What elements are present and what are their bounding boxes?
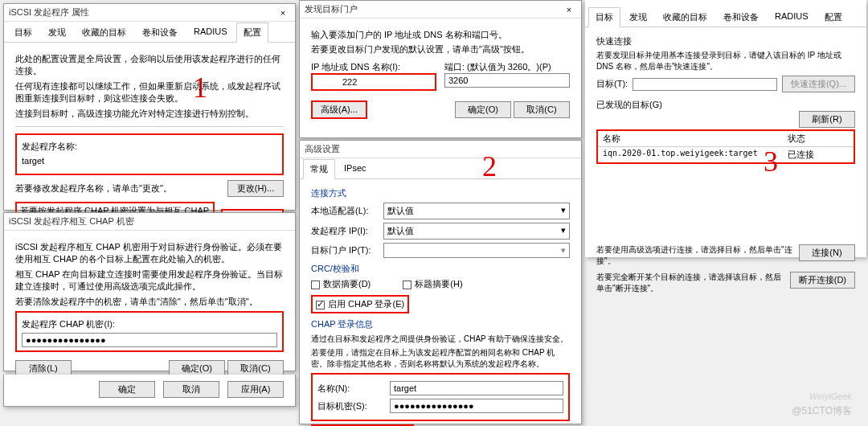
ok-button[interactable]: 确定(O) (455, 101, 511, 118)
close-icon[interactable]: × (276, 6, 290, 20)
initiator-name-value: target (22, 155, 277, 167)
adv-hint: 若要使用高级选项进行连接，请选择目标，然后单击"连接"。 (596, 244, 792, 267)
initiator-ip-select[interactable]: 默认值▾ (383, 223, 570, 240)
cancel-button[interactable]: 取消 (163, 381, 219, 398)
quick-desc: 若要发现目标并使用基本连接登录到目标，请键入该目标的 IP 地址或 DNS 名称… (596, 50, 855, 72)
tab-radius[interactable]: RADIUS (186, 23, 235, 43)
chap-secret-label: 目标机密(S): (317, 400, 390, 412)
secret-input[interactable]: ●●●●●●●●●●●●●●● (22, 333, 277, 347)
table-row[interactable]: iqn.2020-01.top.weiyigeek:target 已连接 (598, 147, 854, 162)
ip-label: IP 地址或 DNS 名称(I): (311, 61, 436, 73)
watermark: WeiyiGeek @51CTO博客 (792, 382, 852, 418)
targets-panel: 目标 发现 收藏的目标 卷和设备 RADIUS 配置 快速连接 若要发现目标并使… (585, 0, 866, 257)
disconnect-button[interactable]: 断开连接(D) (790, 272, 855, 289)
tab-strip: 目标 发现 收藏的目标 卷和设备 RADIUS 配置 (4, 22, 295, 43)
connect-button[interactable]: 连接(N) (799, 244, 855, 261)
titlebar: iSCSI 发起程序相互 CHAP 机密 (4, 213, 295, 231)
tab-config[interactable]: 配置 (236, 23, 268, 43)
tab-discover[interactable]: 发现 (41, 23, 73, 43)
header-digest-checkbox[interactable]: 标题摘要(H) (403, 278, 462, 290)
dialog-footer: 确定 取消 应用(A) (3, 375, 296, 407)
window-title: 发现目标门户 (305, 3, 358, 15)
config-desc3: 连接到目标时，高级连接功能允许对特定连接进行特别控制。 (15, 108, 284, 120)
discovered-label: 已发现的目标(G) (596, 99, 855, 111)
tab-target[interactable]: 目标 (7, 23, 39, 43)
row-name: iqn.2020-01.top.weiyigeek:target (603, 149, 788, 161)
col-status: 状态 (788, 133, 850, 145)
chap-name-label: 名称(N): (317, 383, 390, 395)
advanced-button[interactable]: 高级(A)... (311, 100, 367, 119)
tab-ipsec[interactable]: IPsec (337, 159, 374, 179)
chap-desc3: 若要清除发起程序中的机密，请单击"清除"，然后单击"取消"。 (15, 296, 284, 308)
tab-radius[interactable]: RADIUS (768, 7, 816, 27)
chap-info2: 若要使用，请指定在目标上为该发起程序配置的相同名称和 CHAP 机密。除非指定其… (311, 347, 570, 370)
tab-favorite[interactable]: 收藏的目标 (75, 23, 133, 43)
tab-general[interactable]: 常规 (303, 159, 335, 179)
enable-chap-checkbox[interactable]: 启用 CHAP 登录(E) (316, 299, 404, 309)
local-adapter-select[interactable]: 默认值▾ (383, 203, 570, 219)
data-digest-checkbox[interactable]: 数据摘要(D) (311, 278, 371, 290)
ok-button[interactable]: 确定 (99, 381, 155, 398)
config-desc1: 此处的配置设置是全局设置，会影响以后使用该发起程序进行的任何连接。 (15, 53, 284, 78)
target-input[interactable] (633, 78, 777, 91)
tab-volume[interactable]: 卷和设备 (716, 7, 766, 27)
chap-info-title: CHAP 登录信息 (311, 318, 570, 330)
local-adapter-label: 本地适配器(L): (311, 205, 383, 217)
col-name: 名称 (603, 133, 788, 145)
target-label: 目标(T): (596, 78, 628, 90)
initiator-name-label: 发起程序名称: (22, 141, 277, 153)
chap-desc1: iSCSI 发起程序相互 CHAP 机密用于对目标进行身份验证。必须在要使用相互… (15, 241, 284, 266)
window-title: 高级设置 (305, 143, 340, 155)
quick-connect-label: 快速连接 (596, 35, 855, 47)
port-label: 端口: (默认值为 3260。)(P) (444, 61, 570, 73)
tab-config[interactable]: 配置 (817, 7, 850, 27)
chap-name-input[interactable]: target (390, 381, 563, 395)
target-portal-ip-label: 目标门户 IP(T): (311, 244, 383, 256)
quick-connect-button[interactable]: 快速连接(Q)... (782, 76, 855, 92)
portal-desc2: 若要更改目标门户发现的默认设置，请单击"高级"按钮。 (311, 43, 570, 55)
titlebar: 发现目标门户 × (300, 1, 581, 18)
config-desc2: 任何现有连接都可以继续工作，但如果重新启动系统，或发起程序试图重新连接到目标时，… (15, 80, 284, 105)
ip-input[interactable]: 222 (313, 76, 434, 88)
apply-button[interactable]: 应用(A) (227, 381, 284, 398)
titlebar: iSCSI 发起程序 属性 × (4, 4, 295, 22)
tab-target[interactable]: 目标 (588, 7, 620, 27)
close-icon[interactable]: × (562, 2, 576, 17)
row-status: 已连接 (788, 149, 850, 161)
port-input[interactable]: 3260 (444, 73, 570, 88)
initiator-ip-label: 发起程序 IP(I): (311, 225, 383, 237)
disc-hint: 若要完全断开某个目标的连接，请选择该目标，然后单击"断开连接"。 (596, 272, 784, 294)
window-title: iSCSI 发起程序相互 CHAP 机密 (9, 215, 134, 227)
target-portal-ip-select[interactable]: ▾ (383, 243, 570, 258)
tab-volume[interactable]: 卷和设备 (135, 23, 185, 43)
tab-discover[interactable]: 发现 (622, 7, 654, 27)
chap-secret-window: iSCSI 发起程序相互 CHAP 机密 iSCSI 发起程序相互 CHAP 机… (3, 212, 296, 371)
iscsi-properties-window: iSCSI 发起程序 属性 × 目标 发现 收藏的目标 卷和设备 RADIUS … (3, 3, 296, 211)
change-button[interactable]: 更改(H)... (227, 180, 284, 197)
titlebar: 高级设置 (300, 141, 581, 158)
modify-hint: 若要修改发起程序名称，请单击"更改"。 (15, 182, 172, 195)
crc-group: CRC/校验和 (311, 263, 570, 275)
cancel-button[interactable]: 取消(C) (514, 101, 570, 118)
discover-portal-window: 发现目标门户 × 输入要添加门户的 IP 地址或 DNS 名称和端口号。 若要更… (299, 0, 582, 138)
tab-favorite[interactable]: 收藏的目标 (656, 7, 714, 27)
portal-desc1: 输入要添加门户的 IP 地址或 DNS 名称和端口号。 (311, 29, 570, 41)
chap-info1: 通过在目标和发起程序之间提供身份验证，CHAP 有助于确保连接安全。 (311, 334, 570, 345)
secret-label: 发起程序 CHAP 机密(I): (22, 318, 277, 330)
refresh-button[interactable]: 刷新(R) (799, 111, 855, 128)
connect-group: 连接方式 (311, 187, 570, 199)
advanced-settings-window: 高级设置 常规 IPsec 连接方式 本地适配器(L):默认值▾ 发起程序 IP… (299, 140, 582, 424)
chap-desc2: 相互 CHAP 在向目标建立连接时需要使用发起程序身份验证。当目标建立连接时，可… (15, 268, 284, 293)
window-title: iSCSI 发起程序 属性 (9, 6, 89, 18)
chap-secret-input[interactable]: ●●●●●●●●●●●●●●● (390, 399, 563, 413)
